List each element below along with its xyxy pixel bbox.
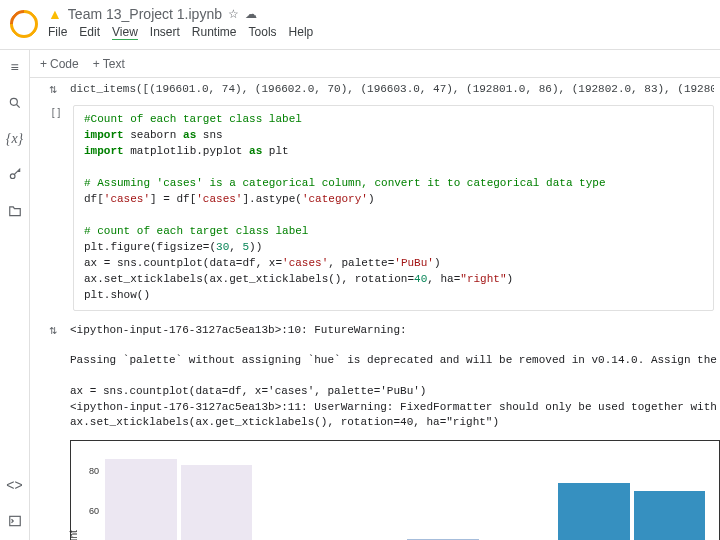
add-code-label: Code [50, 57, 79, 71]
svg-line-1 [16, 105, 19, 108]
code-editor[interactable]: #Count of each target class labelimport … [73, 105, 714, 310]
cloud-icon: ☁ [245, 7, 257, 21]
code-icon[interactable]: <> [6, 476, 24, 494]
secrets-icon[interactable] [6, 166, 24, 184]
menu-tools[interactable]: Tools [249, 25, 277, 40]
terminal-icon[interactable] [6, 512, 24, 530]
svg-point-0 [10, 98, 17, 105]
y-axis: 20406080 [77, 451, 99, 540]
search-icon[interactable] [6, 94, 24, 112]
bars [101, 451, 709, 540]
output-cell: ⇅ <ipython-input-176-3127ac5ea13b>:10: F… [30, 315, 720, 435]
warning-output: <ipython-input-176-3127ac5ea13b>:10: Fut… [70, 323, 720, 431]
bar [181, 465, 253, 540]
countplot-chart: count 20406080 192801.0192802.0192803.01… [70, 440, 720, 540]
bar [634, 491, 706, 540]
plot-area [101, 451, 709, 540]
menu-help[interactable]: Help [289, 25, 314, 40]
code-cell[interactable]: [ ] #Count of each target class labelimp… [30, 101, 720, 314]
run-indicator[interactable]: [ ] [52, 107, 60, 310]
notebook-main: ⇅ dict_items([(196601.0, 74), (196602.0,… [30, 78, 720, 540]
menu-insert[interactable]: Insert [150, 25, 180, 40]
drive-icon: ▲ [48, 6, 62, 22]
svg-rect-3 [9, 516, 20, 525]
star-icon[interactable]: ☆ [228, 7, 239, 21]
toc-icon[interactable]: ≡ [6, 58, 24, 76]
plus-icon: + [93, 57, 100, 71]
menu-file[interactable]: File [48, 25, 67, 40]
menu-runtime[interactable]: Runtime [192, 25, 237, 40]
cell-toolbar: + Code + Text [30, 50, 720, 78]
bar [105, 459, 177, 540]
chart-output: count 20406080 192801.0192802.0192803.01… [30, 440, 720, 540]
output-cell: ⇅ dict_items([(196601.0, 74), (196602.0,… [30, 78, 720, 101]
add-text-label: Text [103, 57, 125, 71]
plus-icon: + [40, 57, 47, 71]
menu-edit[interactable]: Edit [79, 25, 100, 40]
menu-bar: File Edit View Insert Runtime Tools Help [48, 25, 710, 40]
left-rail: ≡ {x} <> [0, 50, 30, 540]
svg-point-2 [10, 174, 15, 179]
files-icon[interactable] [6, 202, 24, 220]
variables-icon[interactable]: {x} [6, 130, 24, 148]
add-text-button[interactable]: + Text [93, 57, 125, 71]
bar [558, 483, 630, 540]
expand-icon[interactable]: ⇅ [49, 84, 57, 97]
output-text: dict_items([(196601.0, 74), (196602.0, 7… [70, 82, 714, 97]
expand-icon[interactable]: ⇅ [49, 325, 57, 431]
notebook-title[interactable]: Team 13_Project 1.ipynb [68, 6, 222, 22]
header: ▲ Team 13_Project 1.ipynb ☆ ☁ File Edit … [0, 0, 720, 50]
menu-view[interactable]: View [112, 25, 138, 40]
colab-logo [10, 10, 40, 40]
add-code-button[interactable]: + Code [40, 57, 79, 71]
